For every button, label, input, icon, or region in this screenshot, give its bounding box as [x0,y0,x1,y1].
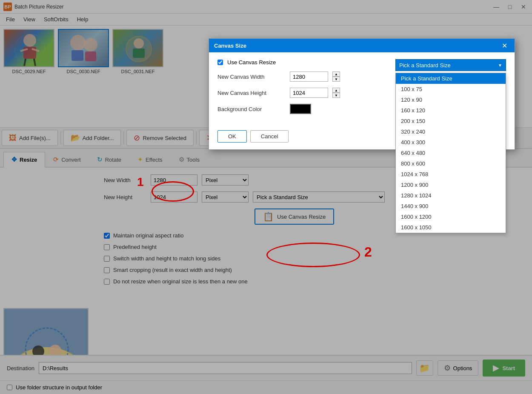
standard-size-dropdown-list: Pick a Standard Size 100 x 75 120 x 90 1… [395,73,506,233]
canvas-height-input[interactable] [290,88,328,98]
dialog-body: Use Canvas Resize New Canvas Width ▲ ▼ N… [209,52,515,127]
dropdown-item-1024x768[interactable]: 1024 x 768 [396,169,506,180]
use-canvas-row: Use Canvas Resize [217,59,389,66]
canvas-height-up-button[interactable]: ▲ [332,88,340,93]
dropdown-chevron-icon: ▼ [498,63,502,68]
dialog-left: Use Canvas Resize New Canvas Width ▲ ▼ N… [217,59,389,120]
dialog-titlebar: Canvas Size ✕ [209,39,515,52]
dropdown-item-1280x1024[interactable]: 1280 x 1024 [396,190,506,201]
use-canvas-dialog-checkbox[interactable] [217,60,223,65]
dialog-right: Pick a Standard Size ▼ Pick a Standard S… [395,59,506,120]
dropdown-item-1600x1200[interactable]: 1600 x 1200 [396,211,506,222]
bg-color-label: Background Color [217,106,286,112]
dropdown-item-160x120[interactable]: 160 x 120 [396,105,506,116]
dropdown-item-400x300[interactable]: 400 x 300 [396,137,506,148]
canvas-width-spinners: ▲ ▼ [332,71,340,82]
canvas-height-label: New Canvas Height [217,90,286,96]
canvas-height-spinners: ▲ ▼ [332,88,340,98]
canvas-height-down-button[interactable]: ▼ [332,93,340,98]
bg-color-row: Background Color [217,104,389,114]
dropdown-item-800x600[interactable]: 800 x 600 [396,158,506,169]
canvas-width-label: New Canvas Width [217,74,286,80]
use-canvas-dialog-label: Use Canvas Resize [227,59,276,66]
dialog-title: Canvas Size [214,43,246,49]
dropdown-item-1440x900[interactable]: 1440 x 900 [396,201,506,211]
dialog-close-button[interactable]: ✕ [499,40,509,51]
canvas-width-row: New Canvas Width ▲ ▼ [217,71,389,82]
canvas-width-up-button[interactable]: ▲ [332,71,340,77]
dropdown-item-200x150[interactable]: 200 x 150 [396,116,506,126]
background-color-swatch[interactable] [290,104,311,114]
dialog-ok-button[interactable]: OK [217,130,247,143]
dropdown-item-1600x1050[interactable]: 1600 x 1050 [396,222,506,233]
dialog-cancel-button[interactable]: Cancel [250,130,289,143]
dropdown-item-pick[interactable]: Pick a Standard Size [396,73,506,84]
dropdown-item-100x75[interactable]: 100 x 75 [396,84,506,94]
standard-size-dropdown-button[interactable]: Pick a Standard Size ▼ [395,59,506,71]
dropdown-item-320x240[interactable]: 320 x 240 [396,126,506,137]
dropdown-item-640x480[interactable]: 640 x 480 [396,148,506,158]
dropdown-item-120x90[interactable]: 120 x 90 [396,94,506,105]
canvas-width-input[interactable] [290,71,328,82]
canvas-size-dialog: Canvas Size ✕ Use Canvas Resize New Canv… [209,38,515,150]
canvas-height-row: New Canvas Height ▲ ▼ [217,88,389,98]
canvas-width-down-button[interactable]: ▼ [332,77,340,82]
dropdown-item-1200x900[interactable]: 1200 x 900 [396,180,506,190]
